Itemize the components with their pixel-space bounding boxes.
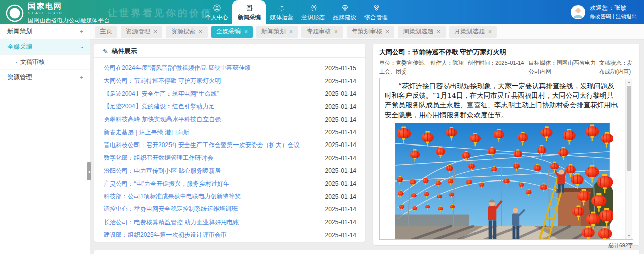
article-title-link[interactable]: 建设部：组织2025年第一次初步设计评审会审 <box>104 231 227 239</box>
article-date: 2025-01-14 <box>325 78 356 85</box>
logo: 国家电网 STATE GRID 国网山西省电力公司融媒体平台 <box>5 2 110 24</box>
tab-label: 周策划选题 <box>403 27 433 36</box>
close-icon[interactable]: × <box>244 29 248 35</box>
article-date: 2025-01-14 <box>325 206 356 213</box>
divider: | <box>613 13 614 20</box>
article-title-link[interactable]: 广灵公司：“电”力全开促振兴，服务乡村过好年 <box>104 179 229 188</box>
nav-item-news-editing[interactable]: 新闻采编 <box>232 0 266 24</box>
article-date: 2025-01-14 <box>325 167 356 174</box>
article-list-item[interactable]: 【足迹2004】安全生产：筑牢电网“生命线” 2025-01-14 <box>94 88 365 100</box>
article-list-item[interactable]: 新春走基层 | 沽上寻绿 港口向新 2025-01-14 <box>94 126 365 138</box>
preview-body-box: “花灯连接口容易出现短接现象，大家一定要认真排查接线，发现问题及时和客户反馈。”… <box>379 78 633 240</box>
tab-weekly-plan-topics[interactable]: 周策划选题 × <box>398 26 446 38</box>
nav-item-media-operation[interactable]: 媒体运营 <box>266 0 297 24</box>
article-title-link[interactable]: 【足迹2004】安全生产：筑牢电网“生命线” <box>104 90 219 98</box>
article-list-item[interactable]: 科技部：公司1项标准成果获中电联电力创新特等奖 2025-01-14 <box>94 190 365 203</box>
article-title-link[interactable]: 数字化部：组织召开数据管理工作研讨会 <box>104 154 213 162</box>
article-date: 2025-01-14 <box>325 232 356 239</box>
tab-monthly-plan-topics[interactable]: 月策划选题 × <box>449 26 497 38</box>
expand-icon[interactable]: + <box>79 74 83 81</box>
article-list-item[interactable]: 大同公司：节前特巡不停歇 守护万家灯火明 2025-01-14 <box>94 75 365 87</box>
state-grid-logo-icon <box>5 4 24 23</box>
tab-topic-review[interactable]: 专题审核 × <box>301 26 343 38</box>
tab-annual-plan-review[interactable]: 年策划审核 × <box>347 26 394 38</box>
article-title-link[interactable]: 科技部：公司1项标准成果获中电联电力创新特等奖 <box>104 192 241 201</box>
article-list-item[interactable]: 公司在2024年度“清风晋韵”微视频作品 展映中喜获佳绩 2025-01-15 <box>94 62 365 75</box>
close-icon[interactable]: × <box>199 29 202 35</box>
article-list-panel: ✎ 稿件展示 公司在2024年度“清风晋韵”微视频作品 展映中喜获佳绩 2025… <box>94 44 365 242</box>
meta-unit: 单位：党委宣传部、工会、团委 <box>379 59 430 76</box>
nav-item-comprehensive-management[interactable]: 综合管理 <box>360 0 392 24</box>
open-tabs-bar: 主页 资源管理 × 资源搜索 × 全媒采编 × 新闻策划 × 专题审核 × 年策… <box>90 24 644 40</box>
preview-paragraph: “花灯连接口容易出现短接现象，大家一定要认真排查接线，发现问题及时和客户反馈。”… <box>385 81 620 120</box>
collapse-group-icon[interactable]: - <box>81 43 83 51</box>
main-nav: 个人中心 新闻采编 媒体运营 意识形态 品牌建设 <box>201 0 392 24</box>
collapse-icon: ◀ <box>88 170 90 173</box>
expand-icon[interactable]: + <box>79 28 83 35</box>
logo-title: 国家电网 <box>28 2 110 10</box>
logout-link[interactable]: 注销退出 <box>616 13 637 20</box>
article-list-item[interactable]: 数字化部：组织召开数据管理工作研讨会 2025-01-14 <box>94 152 365 164</box>
management-icon <box>372 4 381 12</box>
close-icon[interactable]: × <box>488 29 492 35</box>
change-password-link[interactable]: 修改密码 <box>590 13 611 20</box>
scroll-up-icon[interactable]: ▲ <box>626 80 632 84</box>
article-list-item[interactable]: 汾阳公司：电力宣传到小区 贴心服务暖新居 2025-01-14 <box>94 164 365 177</box>
article-list-item[interactable]: 调控中心：举办电网安全稳定控制系统运维培训班 2025-01-14 <box>94 203 365 215</box>
sidebar-item-resource-management[interactable]: 资源管理 + <box>0 70 90 85</box>
user-box: 欢迎您：张敏 修改密码 | 注销退出 <box>570 4 637 20</box>
article-title-link[interactable]: 公司在2024年度“清风晋韵”微视频作品 展映中喜获佳绩 <box>104 64 251 72</box>
tab-resource-management[interactable]: 资源管理 × <box>121 26 162 38</box>
draft-icon: ✎ <box>103 48 108 55</box>
sidebar-item-label: 新闻策划 <box>7 27 32 36</box>
article-title-link[interactable]: 汾阳公司：电力宣传到小区 贴心服务暖新居 <box>104 167 221 175</box>
nav-label: 意识形态 <box>301 14 325 21</box>
article-title-link[interactable]: 新春走基层 | 沽上寻绿 港口向新 <box>104 128 189 137</box>
article-title-link[interactable]: 勇攀科技高峰 加快实现高水平科技自立自强 <box>104 115 221 124</box>
article-list-title: 稿件展示 <box>112 47 137 56</box>
article-title-link[interactable]: 晋电科技公司：召开2025年安全生产工作会暨第一次安委会（扩大）会议 <box>104 141 300 150</box>
nav-item-brand-building[interactable]: 品牌建设 <box>329 0 360 24</box>
tab-news-planning[interactable]: 新闻策划 × <box>256 26 298 38</box>
article-title-link[interactable]: 长治公司：电费核算精益管控 助力企业算好用电账 <box>104 218 239 227</box>
close-icon[interactable]: × <box>437 29 440 35</box>
article-title-link[interactable]: 调控中心：举办电网安全稳定控制系统运维培训班 <box>104 205 238 213</box>
word-count: 总计692字 <box>379 242 633 249</box>
tab-omnimedia-editing[interactable]: 全媒采编 × <box>211 26 253 38</box>
scrollbar-thumb[interactable] <box>627 86 631 171</box>
nav-item-personal-center[interactable]: 个人中心 <box>201 0 232 24</box>
article-list-item[interactable]: 长治公司：电费核算精益管控 助力企业算好用电账 2025-01-14 <box>94 216 365 229</box>
article-title-link[interactable]: 大同公司：节前特巡不停歇 守护万家灯火明 <box>104 77 221 85</box>
nav-label: 媒体运营 <box>270 14 293 21</box>
close-icon[interactable]: × <box>386 29 389 35</box>
preview-scrollbar[interactable]: ▲ ▼ <box>625 79 632 239</box>
close-icon[interactable]: × <box>289 29 293 35</box>
close-icon[interactable]: × <box>334 29 338 35</box>
avatar[interactable] <box>570 5 586 20</box>
article-list-item[interactable]: 晋电科技公司：召开2025年安全生产工作会暨第一次安委会（扩大）会议 2025-… <box>94 139 365 152</box>
close-icon[interactable]: × <box>154 29 157 35</box>
sidebar-subitem-label: 文稿审核 <box>20 58 45 66</box>
tab-home[interactable]: 主页 <box>95 26 117 38</box>
sidebar-item-label: 全媒采编 <box>7 43 32 51</box>
article-list-item[interactable]: 建设部：组织2025年第一次初步设计评审会审 2025-01-14 <box>94 229 365 241</box>
tab-label: 主页 <box>100 27 112 36</box>
article-list-item[interactable]: 广灵公司：“电”力全开促振兴，服务乡村过好年 2025-01-14 <box>94 177 365 190</box>
scroll-down-icon[interactable]: ▼ <box>626 234 632 237</box>
article-list-item[interactable]: 【足迹2004】党的建设：红色引擎动力足 2025-01-14 <box>94 100 365 113</box>
nav-label: 个人中心 <box>205 14 228 21</box>
article-date: 2025-01-14 <box>325 193 356 200</box>
tab-resource-search[interactable]: 资源搜索 × <box>166 26 208 38</box>
article-title-link[interactable]: 【足迹2004】党的建设：红色引擎动力足 <box>104 102 215 111</box>
sidebar-collapse-handle[interactable]: ◀ <box>87 162 91 180</box>
sidebar-item-news-planning[interactable]: 新闻策划 + <box>0 24 90 40</box>
user-icon <box>213 4 221 12</box>
main-content: ✎ 稿件展示 公司在2024年度“清风晋韵”微视频作品 展映中喜获佳绩 2025… <box>90 40 644 254</box>
watermark-slogan: 让世界看见你的价值 <box>108 7 213 20</box>
meta-status: 文稿状态：发布成功(内宣) <box>599 59 633 76</box>
sidebar-item-omnimedia-editing[interactable]: 全媒采编 - <box>0 40 90 55</box>
article-date: 2025-01-14 <box>325 155 356 162</box>
article-list-item[interactable]: 勇攀科技高峰 加快实现高水平科技自立自强 2025-01-14 <box>94 113 365 126</box>
nav-item-ideology[interactable]: 意识形态 <box>297 0 329 24</box>
sidebar-item-manuscript-review[interactable]: · 文稿审核 <box>0 55 90 70</box>
